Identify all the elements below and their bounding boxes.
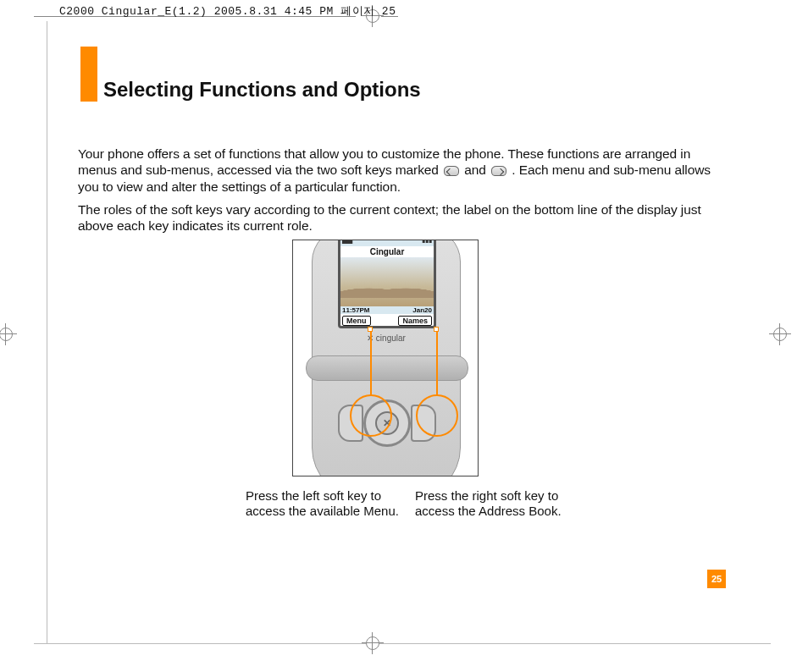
section-accent-block xyxy=(80,47,97,102)
phone-illustration: ▙▟ ▮▮▮ Cingular 11:57PM Jan20 Menu Names… xyxy=(292,240,479,476)
section-title: Selecting Functions and Options xyxy=(103,78,421,102)
phone-body: ▙▟ ▮▮▮ Cingular 11:57PM Jan20 Menu Names… xyxy=(312,240,461,476)
phone-hinge xyxy=(306,355,468,381)
crop-mark xyxy=(34,643,771,644)
caption-right-softkey: Press the right soft key to access the A… xyxy=(415,488,576,519)
intro-paragraph-2: The roles of the soft keys vary accordin… xyxy=(78,201,717,234)
callout-anchor-right xyxy=(434,327,439,332)
signal-icon: ▙▟ xyxy=(342,240,352,246)
registration-mark-icon xyxy=(362,632,384,654)
softkey-labels: Menu Names xyxy=(340,314,434,326)
callout-line-right xyxy=(436,330,438,396)
left-softkey-highlight-circle xyxy=(350,394,392,437)
left-softkey-icon xyxy=(444,166,459,176)
registration-mark-icon xyxy=(0,323,17,345)
battery-icon: ▮▮▮ xyxy=(422,240,432,246)
intro-paragraph-1: Your phone offers a set of functions tha… xyxy=(78,146,717,195)
registration-mark-icon xyxy=(769,323,791,345)
time-label: 11:57PM xyxy=(342,306,369,314)
wallpaper xyxy=(340,257,434,306)
status-bar: ▙▟ ▮▮▮ xyxy=(340,240,434,246)
right-softkey-highlight-circle xyxy=(416,394,458,437)
right-softkey-icon xyxy=(491,166,506,176)
callout-line-left xyxy=(370,330,372,396)
phone-screen: ▙▟ ▮▮▮ Cingular 11:57PM Jan20 Menu Names xyxy=(338,240,436,328)
softkey-left-label: Menu xyxy=(342,316,371,326)
date-label: Jan20 xyxy=(412,306,432,314)
time-date-bar: 11:57PM Jan20 xyxy=(340,306,434,314)
carrier-label: Cingular xyxy=(340,246,434,257)
crop-mark xyxy=(47,21,47,643)
para1-text-b: and xyxy=(464,162,490,177)
caption-left-softkey: Press the left soft key to access the av… xyxy=(246,488,407,519)
callout-anchor-left xyxy=(368,327,373,332)
document-meta-header: C2000 Cingular_E(1.2) 2005.8.31 4:45 PM … xyxy=(59,3,396,19)
softkey-right-label: Names xyxy=(398,316,432,326)
manual-page: C2000 Cingular_E(1.2) 2005.8.31 4:45 PM … xyxy=(0,0,808,672)
page-number: 25 xyxy=(707,570,726,588)
